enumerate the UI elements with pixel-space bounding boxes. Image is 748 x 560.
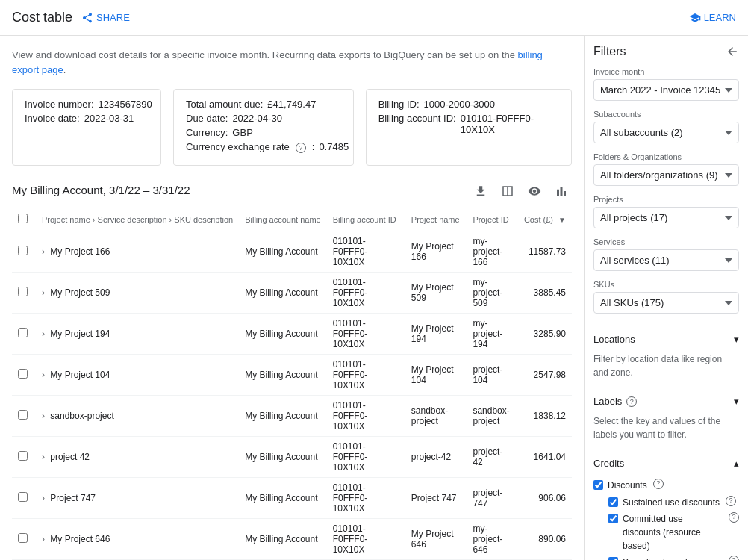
billing-id-label: Billing ID: [378,99,420,110]
row-checkbox[interactable] [18,492,28,502]
learn-button[interactable]: LEARN [689,12,736,24]
row-checkbox-cell[interactable] [12,355,36,396]
exchange-label: Currency exchange rate [186,141,290,152]
expand-icon[interactable]: › [42,370,45,380]
row-checkbox-cell[interactable] [12,519,36,560]
services-select[interactable]: All services (11) [593,249,739,271]
committed-help-icon[interactable]: ? [729,512,739,523]
chart-button[interactable] [551,181,572,202]
row-project-id: project-104 [467,355,517,396]
locations-section: Locations Filter by location data like r… [593,329,739,385]
row-cost: 3285.90 [518,314,572,355]
visibility-button[interactable] [524,181,545,202]
row-checkbox-cell[interactable] [12,437,36,478]
spending-checkbox[interactable] [608,557,618,560]
skus-select[interactable]: All SKUs (175) [593,292,739,314]
expand-icon[interactable]: › [42,246,45,257]
row-checkbox-cell[interactable] [12,314,36,355]
exchange-colon: : [312,141,315,152]
row-billing-account-id: 010101-F0FFF0-10X10X [327,437,405,478]
th-billing-account-id[interactable]: Billing account ID [327,208,405,231]
sustained-help-icon[interactable]: ? [726,496,736,506]
row-checkbox[interactable] [18,410,28,420]
row-billing-account-name: My Billing Account [239,478,327,519]
select-all-checkbox[interactable] [18,214,28,223]
invoice-month-filter: Invoice month March 2022 - Invoice 12345… [593,67,739,101]
labels-chevron [734,396,739,407]
credits-body: Discounts ? Sustained use discounts ? Co… [593,473,739,560]
discounts-checkbox[interactable] [593,480,603,490]
invoice-month-label: Invoice month [593,67,739,76]
expand-icon[interactable]: › [42,329,45,339]
table-scroll: Project name › Service description › SKU… [12,208,572,560]
row-billing-account-name: My Billing Account [239,396,327,437]
row-checkbox-cell[interactable] [12,396,36,437]
sustained-row: Sustained use discounts ? [608,494,739,511]
th-project[interactable]: Project name › Service description › SKU… [36,208,239,231]
table-row: › My Project 194 My Billing Account 0101… [12,314,572,355]
labels-header[interactable]: Labels ? [593,391,739,411]
table-row: › My Project 104 My Billing Account 0101… [12,355,572,396]
table-row: › My Project 646 My Billing Account 0101… [12,519,572,560]
columns-button[interactable] [497,181,518,202]
collapse-icon [726,45,739,58]
row-project: › sandbox-project [36,396,239,437]
labels-body: Select the key and values of the labels … [593,411,739,447]
expand-icon[interactable]: › [42,411,45,421]
invoice-month-select[interactable]: March 2022 - Invoice 1234567890 [593,79,739,101]
row-checkbox[interactable] [18,451,28,461]
credits-header[interactable]: Credits [593,453,739,473]
row-checkbox[interactable] [18,369,28,379]
row-checkbox[interactable] [18,287,28,296]
share-icon [81,12,93,24]
th-billing-account-name[interactable]: Billing account name [239,208,327,231]
row-billing-account-name: My Billing Account [239,273,327,314]
row-checkbox-cell[interactable] [12,231,36,273]
row-project-name: project-42 [405,437,467,478]
labels-section: Labels ? Select the key and values of th… [593,391,739,447]
table-row: › project 42 My Billing Account 010101-F… [12,437,572,478]
row-billing-account-id: 010101-F0FFF0-10X10X [327,355,405,396]
table-body: › My Project 166 My Billing Account 0101… [12,231,572,561]
invoice-card-3: Billing ID: 1000-2000-3000 Billing accou… [366,89,572,166]
due-date-value: 2022-04-30 [232,113,282,124]
row-checkbox-cell[interactable] [12,273,36,314]
spending-help-icon[interactable]: ? [729,556,739,560]
folders-select[interactable]: All folders/organizations (9) [593,164,739,186]
row-billing-account-name: My Billing Account [239,519,327,560]
row-checkbox[interactable] [18,246,28,255]
services-filter: Services All services (11) [593,237,739,271]
divider-1 [593,323,739,323]
exchange-help-icon[interactable]: ? [296,143,306,153]
row-checkbox[interactable] [18,328,28,337]
th-project-id[interactable]: Project ID [467,208,517,231]
expand-icon[interactable]: › [42,493,45,503]
committed-checkbox[interactable] [608,514,618,523]
download-button[interactable] [470,181,491,202]
row-billing-account-id: 010101-F0FFF0-10X10X [327,478,405,519]
credits-title: Credits [593,458,624,469]
locations-header[interactable]: Locations [593,329,739,349]
sustained-checkbox[interactable] [608,497,618,507]
share-button[interactable]: SHARE [81,12,130,24]
spending-label: Spending based discounts (contractual) [623,556,723,560]
cost-table: Project name › Service description › SKU… [12,208,572,560]
row-checkbox[interactable] [18,533,28,543]
th-cost[interactable]: Cost (£) ▼ [518,208,572,231]
projects-filter: Projects All projects (17) [593,195,739,228]
discounts-help-icon[interactable]: ? [653,479,664,489]
expand-icon[interactable]: › [42,534,45,544]
learn-icon [689,12,701,24]
subaccounts-select[interactable]: All subaccounts (2) [593,122,739,143]
labels-help-icon[interactable]: ? [626,396,637,407]
billing-account-value: 010101-F0FFF0-10X10X [461,113,559,135]
row-checkbox-cell[interactable] [12,478,36,519]
expand-icon[interactable]: › [42,287,45,298]
th-project-name[interactable]: Project name [405,208,467,231]
projects-select[interactable]: All projects (17) [593,207,739,228]
select-all-header[interactable] [12,208,36,231]
table-toolbar [470,181,572,202]
expand-icon[interactable]: › [42,452,45,462]
row-project: › My Project 509 [36,273,239,314]
filters-collapse-button[interactable] [726,45,739,58]
